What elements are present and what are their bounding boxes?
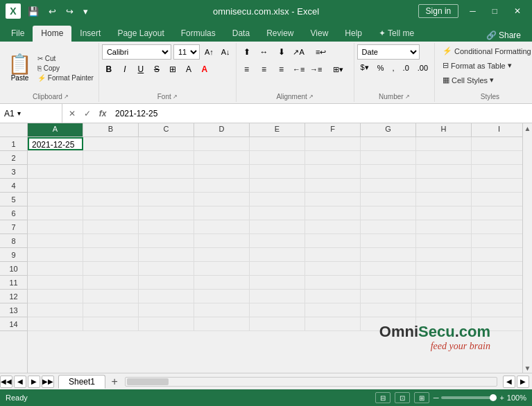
- cell-A8[interactable]: [28, 234, 83, 247]
- normal-view-button[interactable]: ⊟: [375, 392, 391, 403]
- wrap-text-button[interactable]: ≡↩: [309, 44, 334, 60]
- cell-B5[interactable]: [83, 193, 139, 206]
- cell-C5[interactable]: [139, 193, 194, 206]
- cell-D2[interactable]: [194, 151, 250, 164]
- row-header-5[interactable]: 5: [0, 193, 27, 206]
- cell-D8[interactable]: [194, 234, 250, 247]
- tab-review[interactable]: Review: [258, 26, 302, 42]
- cell-B2[interactable]: [83, 151, 139, 164]
- percent-button[interactable]: %: [374, 62, 388, 73]
- cell-H4[interactable]: [416, 179, 472, 192]
- tab-help[interactable]: Help: [336, 26, 370, 42]
- tab-formulas[interactable]: Formulas: [173, 26, 224, 42]
- horizontal-scroll-thumb[interactable]: [127, 378, 169, 385]
- cell-I5[interactable]: [472, 193, 527, 206]
- cell-A14[interactable]: [28, 317, 83, 330]
- redo-button[interactable]: ↪: [63, 5, 76, 18]
- insert-function-button[interactable]: fx: [96, 107, 110, 121]
- col-header-H[interactable]: H: [416, 123, 472, 136]
- cell-styles-button[interactable]: ▦ Cell Styles ▾: [438, 73, 499, 87]
- cell-I3[interactable]: [472, 165, 527, 178]
- quick-save-button[interactable]: 💾: [25, 5, 42, 18]
- cell-H1[interactable]: [416, 137, 472, 150]
- cell-I6[interactable]: [472, 206, 527, 220]
- zoom-slider[interactable]: [441, 396, 497, 399]
- cell-A1[interactable]: 2021-12-25: [28, 137, 83, 150]
- cell-C6[interactable]: [139, 206, 194, 220]
- cell-D4[interactable]: [194, 179, 250, 192]
- rotate-text-button[interactable]: ↗A: [291, 44, 307, 60]
- formula-input[interactable]: [112, 109, 532, 118]
- cell-C14[interactable]: [139, 317, 194, 330]
- row-header-3[interactable]: 3: [0, 165, 27, 179]
- cell-D1[interactable]: [194, 137, 250, 150]
- merge-cells-button[interactable]: ⊞▾: [326, 62, 351, 77]
- horizontal-scrollbar[interactable]: [125, 377, 497, 387]
- cell-A6[interactable]: [28, 206, 83, 220]
- format-as-table-button[interactable]: ⊟ Format as Table ▾: [438, 59, 517, 72]
- cell-G10[interactable]: [361, 262, 416, 275]
- number-expand-icon[interactable]: ↗: [405, 94, 410, 100]
- border-button[interactable]: ⊞: [166, 62, 180, 77]
- cell-D14[interactable]: [194, 317, 250, 330]
- cell-B12[interactable]: [83, 290, 139, 303]
- cell-G3[interactable]: [361, 165, 416, 178]
- cell-ref-dropdown-icon[interactable]: ▾: [17, 109, 21, 117]
- cell-B6[interactable]: [83, 206, 139, 220]
- cell-C12[interactable]: [139, 290, 194, 303]
- bottom-align-button[interactable]: ⬇: [274, 44, 289, 60]
- cell-D5[interactable]: [194, 193, 250, 206]
- vertical-scrollbar[interactable]: ▲ ▼: [522, 137, 532, 373]
- cell-I1[interactable]: [472, 137, 527, 150]
- cell-G14[interactable]: [361, 317, 416, 330]
- prev-sheet-button[interactable]: ◀: [14, 376, 26, 388]
- cell-I12[interactable]: [472, 290, 527, 303]
- cell-E6[interactable]: [250, 206, 305, 220]
- cell-H3[interactable]: [416, 165, 472, 178]
- tab-tell-me[interactable]: ✦ Tell me: [370, 26, 422, 42]
- cell-C13[interactable]: [139, 303, 194, 317]
- cell-B11[interactable]: [83, 276, 139, 289]
- cell-E12[interactable]: [250, 290, 305, 303]
- undo-button[interactable]: ↩: [46, 5, 59, 18]
- first-sheet-button[interactable]: ◀◀: [0, 376, 12, 388]
- cell-F2[interactable]: [305, 151, 361, 164]
- align-center-button[interactable]: ≡: [257, 62, 272, 77]
- page-break-view-button[interactable]: ⊞: [414, 392, 429, 403]
- font-expand-icon[interactable]: ↗: [173, 94, 178, 100]
- cell-E3[interactable]: [250, 165, 305, 178]
- cell-D3[interactable]: [194, 165, 250, 178]
- cell-A9[interactable]: [28, 248, 83, 261]
- top-align-button[interactable]: ⬆: [239, 44, 255, 60]
- number-format-select[interactable]: Date General Number Currency Text: [357, 44, 420, 60]
- cell-E7[interactable]: [250, 220, 305, 233]
- conditional-formatting-button[interactable]: ⚡ Conditional Formatting ▾: [438, 44, 532, 58]
- corner-cell[interactable]: [0, 123, 28, 136]
- last-sheet-button[interactable]: ▶▶: [42, 376, 54, 388]
- cell-C11[interactable]: [139, 276, 194, 289]
- col-header-C[interactable]: C: [139, 123, 194, 136]
- cell-G8[interactable]: [361, 234, 416, 247]
- cell-I10[interactable]: [472, 262, 527, 275]
- cell-F14[interactable]: [305, 317, 361, 330]
- sign-in-button[interactable]: Sign in: [418, 4, 459, 18]
- middle-align-button[interactable]: ↔: [257, 44, 272, 60]
- row-header-11[interactable]: 11: [0, 276, 27, 290]
- cell-B1[interactable]: [83, 137, 139, 150]
- cell-C3[interactable]: [139, 165, 194, 178]
- row-header-9[interactable]: 9: [0, 248, 27, 262]
- cell-A5[interactable]: [28, 193, 83, 206]
- cell-F3[interactable]: [305, 165, 361, 178]
- cell-D7[interactable]: [194, 220, 250, 233]
- cell-G13[interactable]: [361, 303, 416, 317]
- format-painter-button[interactable]: ⚡ Format Painter: [35, 73, 96, 82]
- cell-E13[interactable]: [250, 303, 305, 317]
- alignment-expand-icon[interactable]: ↗: [309, 94, 314, 100]
- cell-I14[interactable]: [472, 317, 527, 330]
- cell-F4[interactable]: [305, 179, 361, 192]
- cell-C1[interactable]: [139, 137, 194, 150]
- cell-I8[interactable]: [472, 234, 527, 247]
- row-header-1[interactable]: 1: [0, 137, 27, 151]
- next-sheet-button[interactable]: ▶: [28, 376, 40, 388]
- tab-data[interactable]: Data: [224, 26, 258, 42]
